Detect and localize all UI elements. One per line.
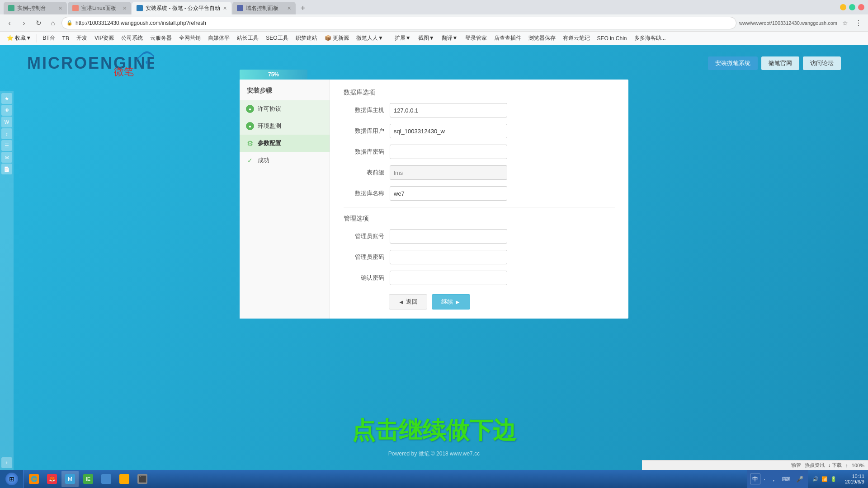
ime-icon-2[interactable]: 🎤: [794, 475, 805, 483]
sidebar-icon-5[interactable]: ☰: [1, 140, 12, 151]
taskbar-app-2[interactable]: 🦊: [43, 471, 61, 487]
reload-button[interactable]: ↻: [33, 17, 44, 29]
bookmark-webi[interactable]: 微笔人人▼: [353, 33, 387, 43]
nav-forum-button[interactable]: 访问论坛: [803, 56, 841, 70]
bookmark-seo[interactable]: SEO工具: [263, 33, 291, 43]
db-name-group: 数据库名称: [344, 186, 615, 201]
bookmark-ext[interactable]: 扩展▼: [392, 33, 414, 43]
form-area: 数据库选项 数据库主机 数据库用户 数据库: [330, 80, 628, 319]
step-item-4[interactable]: ✓ 成功: [240, 152, 330, 169]
ime-dot[interactable]: ·: [762, 475, 768, 483]
sidebar-icon-7[interactable]: 📄: [1, 164, 12, 174]
db-pwd-input[interactable]: [390, 145, 507, 159]
bookmark-button[interactable]: ☆: [839, 17, 851, 29]
nav-install-button[interactable]: 安装微笔系统: [708, 56, 758, 70]
bookmark-screenshot[interactable]: 截图▼: [415, 33, 438, 43]
taskbar-app-7[interactable]: ⬛: [134, 471, 151, 487]
taskbar-app-5[interactable]: [98, 471, 115, 487]
bookmark-favorites[interactable]: ⭐ 收藏▼: [4, 33, 34, 43]
step-2-label: 环境监测: [258, 122, 281, 130]
minimize-button[interactable]: [840, 4, 846, 10]
bookmark-youdao[interactable]: 有道云笔记: [560, 33, 593, 43]
back-button[interactable]: ‹: [4, 17, 15, 29]
db-name-input[interactable]: [390, 186, 507, 201]
bookmark-dev[interactable]: 开发: [73, 33, 90, 43]
tray-icon-3[interactable]: 🔋: [830, 475, 838, 483]
tray-icon-1[interactable]: 🔊: [811, 475, 820, 483]
bookmark-seo-chin[interactable]: SEO in Chin: [594, 34, 630, 43]
taskbar-app-4[interactable]: IE: [80, 471, 97, 487]
sidebar-icon-1[interactable]: ★: [1, 93, 12, 104]
taskbar-app-1[interactable]: 🌐: [25, 471, 42, 487]
admin-section: 管理选项 管理员账号 管理员密码 确认密码: [344, 215, 615, 285]
ime-bar: 中 · ， ⌨ 🎤: [747, 470, 808, 488]
sidebar-icon-3[interactable]: W: [1, 117, 12, 127]
ime-punct[interactable]: ，: [769, 474, 778, 484]
bookmark-marketing[interactable]: 全网营销: [176, 33, 204, 43]
progress-bar: 75%: [240, 70, 307, 80]
tab-3-label: 安装系统 - 微笔 - 公众平台自动...: [146, 5, 220, 12]
sidebar-icon-4[interactable]: ↕: [1, 128, 12, 139]
back-arrow-icon: ◄: [398, 299, 404, 305]
sidebar-icon-8[interactable]: +: [1, 457, 12, 468]
bookmark-vip[interactable]: VIP资源: [91, 33, 117, 43]
bookmark-login[interactable]: 登录管家: [462, 33, 490, 43]
step-item-2[interactable]: ● 环境监测: [240, 117, 330, 135]
step-item-1[interactable]: ● 许可协议: [240, 100, 330, 117]
start-button[interactable]: ⊞: [0, 470, 24, 488]
db-host-input[interactable]: [390, 103, 507, 117]
browser-chrome: 实例-控制台 ✕ 宝塔Linux面板 ✕ 安装系统 - 微笔 - 公众平台自动.…: [0, 0, 868, 45]
db-host-group: 数据库主机: [344, 103, 615, 117]
tab-3-close[interactable]: ✕: [223, 5, 227, 11]
maximize-button[interactable]: [849, 4, 855, 10]
page-header: MICROENGINE 微笔 安装微笔系统 微笔官网 访问论坛: [0, 45, 868, 80]
bookmark-tb[interactable]: TB: [59, 34, 72, 43]
bookmark-shop[interactable]: 店查查插件: [491, 33, 524, 43]
bookmark-duoduo[interactable]: 多多海客助...: [631, 33, 669, 43]
close-button[interactable]: [858, 4, 864, 10]
tab-1[interactable]: 实例-控制台 ✕: [4, 2, 67, 14]
svg-text:微笔: 微笔: [114, 66, 134, 77]
back-button[interactable]: ◄ ◄ 返回 返回: [389, 294, 427, 310]
ime-cn[interactable]: 中: [750, 474, 760, 484]
taskbar-app-6[interactable]: [116, 471, 133, 487]
bookmark-bt[interactable]: BT台: [39, 33, 58, 43]
bookmark-browser-save[interactable]: 浏览器保存: [525, 33, 559, 43]
bookmark-update[interactable]: 📦 更新源: [321, 33, 352, 43]
sidebar-icon-6[interactable]: ✉: [1, 152, 12, 163]
bookmark-seotools[interactable]: 站长工具: [234, 33, 262, 43]
db-prefix-input[interactable]: [390, 165, 507, 180]
admin-account-input[interactable]: [390, 229, 507, 244]
bookmark-cms[interactable]: 织梦建站: [292, 33, 321, 43]
tab-4-close[interactable]: ✕: [287, 5, 291, 11]
home-button[interactable]: ⌂: [47, 17, 59, 29]
tab-1-close[interactable]: ✕: [58, 5, 62, 11]
tab-2-close[interactable]: ✕: [123, 5, 127, 11]
url-bar[interactable]: 🔒 http://1003312430.wanggoush.com/instal…: [61, 17, 736, 29]
taskbar-clock[interactable]: 10:11 2019/6/9: [841, 472, 868, 486]
tab-3[interactable]: 安装系统 - 微笔 - 公众平台自动... ✕: [132, 2, 231, 14]
system-tray: 🔊 📶 🔋: [810, 475, 840, 483]
install-area: 75% 安装步骤 ● 许可协议 ● 环境监测: [240, 80, 628, 319]
admin-confirm-input[interactable]: [390, 271, 507, 285]
bookmark-translate[interactable]: 翻译▼: [439, 33, 461, 43]
forward-button[interactable]: ›: [18, 17, 30, 29]
url-text: http://1003312430.wanggoush.com/install.…: [75, 20, 731, 26]
bookmark-company[interactable]: 公司系统: [118, 33, 146, 43]
db-prefix-label: 表前缀: [344, 169, 384, 177]
bookmark-cloud[interactable]: 云服务器: [147, 33, 175, 43]
taskbar-app-3[interactable]: M: [61, 471, 79, 487]
db-user-input[interactable]: [390, 124, 507, 138]
tab-4[interactable]: 域名控制面板 ✕: [232, 2, 296, 14]
bookmark-media[interactable]: 自媒体平: [205, 33, 233, 43]
nav-official-button[interactable]: 微笔官网: [761, 56, 799, 70]
next-button[interactable]: 继续 ►: [432, 294, 470, 310]
menu-button[interactable]: ⋮: [853, 17, 864, 29]
tray-icon-2[interactable]: 📶: [821, 475, 829, 483]
new-tab-button[interactable]: +: [297, 2, 309, 14]
ime-icon-1[interactable]: ⌨: [780, 475, 793, 483]
admin-pwd-input[interactable]: [390, 250, 507, 264]
tab-2[interactable]: 宝塔Linux面板 ✕: [68, 2, 131, 14]
sidebar-icon-2[interactable]: 👁: [1, 105, 12, 116]
step-item-3[interactable]: ⚙ 参数配置: [240, 135, 330, 152]
